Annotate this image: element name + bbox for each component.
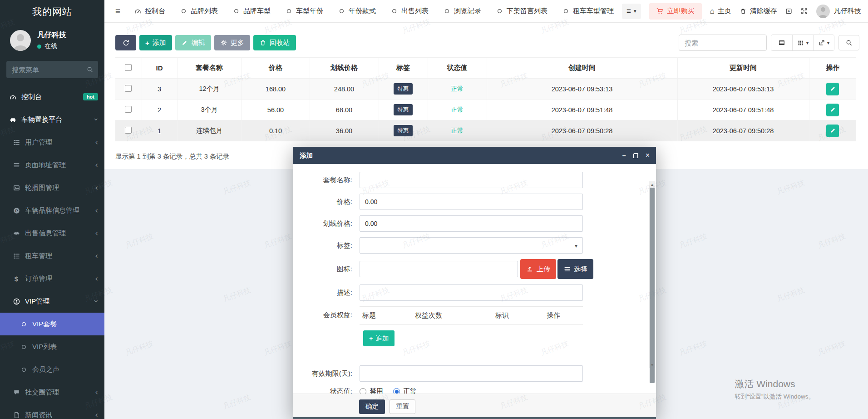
buy-now-button[interactable]: 立即购买: [649, 3, 702, 20]
edit-button[interactable]: 编辑: [175, 35, 211, 50]
recycle-bin-button[interactable]: 回收站: [253, 35, 296, 50]
sidebar-item-vehicle-brand-info-mgmt[interactable]: P车辆品牌信息管理‹: [0, 199, 104, 222]
toggle-pagination-button[interactable]: [771, 35, 792, 50]
row-edit-button[interactable]: [826, 104, 839, 116]
dollar-icon: $: [13, 275, 20, 282]
trash-icon: [740, 8, 747, 15]
append-benefit-button[interactable]: +追加: [363, 330, 395, 346]
car-icon: [9, 116, 16, 123]
table-header-row: ID套餐名称价格划线价格标签状态值创建时间更新时间操作: [115, 58, 856, 79]
table-row[interactable]: 23个月56.0068.00特惠正常2023-06-07 09:51:48202…: [115, 100, 856, 120]
sidebar-item-label: 社交圈管理: [25, 388, 90, 397]
search-icon[interactable]: [86, 66, 94, 73]
select-all-checkbox[interactable]: [125, 64, 132, 71]
nav-item-offline-message-list[interactable]: 下架留言列表: [488, 0, 555, 23]
scroll-up-icon[interactable]: ▲: [649, 181, 655, 188]
dialog-scrollbar[interactable]: ▲ ▼: [649, 181, 655, 368]
confirm-button[interactable]: 确定: [359, 399, 385, 414]
sidebar-item-social-circle-mgmt[interactable]: 社交圈管理‹: [0, 381, 104, 404]
radio-icon[interactable]: [393, 388, 400, 394]
clear-cache-link[interactable]: 清除缓存: [740, 7, 777, 15]
package-name-input[interactable]: [360, 172, 583, 188]
sidebar-item-member-voice[interactable]: 会员之声: [0, 358, 104, 381]
description-input[interactable]: [360, 284, 583, 301]
sidebar-item-vip-mgmt[interactable]: VIP管理›: [0, 290, 104, 313]
circle-icon: [285, 8, 292, 15]
row-edit-button[interactable]: [826, 125, 839, 137]
maximize-icon[interactable]: [633, 153, 638, 158]
sidebar-item-console[interactable]: 控制台hot: [0, 85, 104, 108]
close-icon[interactable]: ×: [646, 151, 650, 160]
dialog-header[interactable]: 添加 – ×: [293, 147, 656, 164]
sidebar-item-sale-info-mgmt[interactable]: 出售信息管理‹: [0, 222, 104, 244]
language-icon[interactable]: A: [785, 8, 793, 15]
nav-item-console[interactable]: 控制台: [127, 0, 173, 23]
list-icon: [563, 265, 571, 273]
row-checkbox[interactable]: [125, 85, 132, 92]
tag-select[interactable]: ▾: [360, 237, 583, 254]
table-cell: 12个月: [177, 79, 242, 100]
nav-item-rental-model-mgmt[interactable]: 租车车型管理: [555, 0, 621, 23]
more-button[interactable]: 更多: [214, 35, 250, 50]
tag-badge: 特惠: [394, 83, 413, 95]
sidebar-item-vip-list[interactable]: VIP列表: [0, 335, 104, 358]
user-menu[interactable]: 凡仔科技: [816, 5, 861, 18]
row-checkbox[interactable]: [125, 127, 132, 134]
sidebar-item-user-mgmt[interactable]: 用户管理‹: [0, 131, 104, 154]
comments-icon: [13, 389, 20, 396]
export-button[interactable]: ▾: [813, 35, 834, 50]
radio-option[interactable]: 正常: [393, 387, 417, 394]
sidebar-item-news-info[interactable]: 新闻资讯‹: [0, 404, 104, 419]
scroll-down-icon[interactable]: ▼: [649, 362, 655, 368]
nav-item-browse-history[interactable]: 浏览记录: [436, 0, 488, 23]
sidebar-item-vip-package[interactable]: VIP套餐: [0, 313, 104, 335]
table-cell: 68.00: [310, 100, 379, 120]
view-button-group: ▾ ▾: [771, 35, 834, 51]
row-checkbox[interactable]: [125, 106, 132, 113]
price-input[interactable]: [360, 194, 583, 210]
table-search-input[interactable]: [679, 35, 767, 51]
nav-item-brand-model[interactable]: 品牌车型: [225, 0, 278, 23]
sidebar-item-rental-mgmt[interactable]: 租车管理‹: [0, 244, 104, 267]
choose-button[interactable]: 选择: [557, 259, 593, 279]
table-row[interactable]: 312个月168.00248.00特惠正常2023-06-07 09:53:13…: [115, 79, 856, 100]
sidebar-search: [6, 61, 98, 78]
minimize-icon[interactable]: –: [622, 152, 626, 159]
table-cell: [115, 79, 142, 100]
add-button[interactable]: +添加: [139, 35, 172, 50]
table-cell: 2023-06-07 09:51:48: [487, 100, 677, 120]
fullscreen-icon[interactable]: [801, 8, 808, 15]
radio-icon[interactable]: [360, 388, 366, 394]
columns-button[interactable]: ▾: [792, 35, 813, 50]
recycle-label: 回收站: [270, 39, 290, 47]
sidebar-item-order-mgmt[interactable]: $订单管理‹: [0, 267, 104, 290]
sidebar-item-page-address-mgmt[interactable]: 页面地址管理‹: [0, 154, 104, 176]
refresh-button[interactable]: [115, 35, 136, 50]
strike-price-input[interactable]: [360, 215, 583, 232]
search-button[interactable]: [838, 35, 859, 50]
icon-input[interactable]: [360, 261, 518, 277]
row-edit-button[interactable]: [826, 83, 839, 95]
upload-button[interactable]: 上传: [520, 259, 556, 279]
nav-item-model-year[interactable]: 车型年份: [278, 0, 330, 23]
table-row[interactable]: 1连续包月0.1036.00特惠正常2023-06-07 09:50:28202…: [115, 120, 856, 141]
more-menus-toggle[interactable]: ≡▾: [622, 4, 641, 19]
nav-item-brand-list[interactable]: 品牌列表: [173, 0, 225, 23]
home-link[interactable]: ⌂ 主页: [710, 7, 731, 16]
sidebar-search-input[interactable]: [6, 61, 98, 78]
sidebar-item-label: 新闻资讯: [25, 411, 90, 419]
sidebar-toggle-icon[interactable]: ≡: [110, 6, 126, 16]
add-form: 套餐名称:价格:划线价格:标签:▾图标:上传选择描述:会员权益:标题权益次数标识…: [293, 172, 638, 394]
column-header: 划线价格: [310, 58, 379, 79]
table-cell: 正常: [428, 100, 487, 120]
radio-option[interactable]: 禁用: [360, 387, 383, 394]
sidebar-item-carousel-mgmt[interactable]: 轮播图管理‹: [0, 176, 104, 199]
nav-item-sale-list[interactable]: 出售列表: [383, 0, 436, 23]
sidebar-item-vehicle-swap-platform[interactable]: 车辆置换平台›: [0, 108, 104, 131]
sidebar: 我的网站 凡仔科技 在线 控制台hot车辆置换平台›用户管理‹页面地址管理‹轮播…: [0, 0, 104, 419]
nav-item-year-style[interactable]: 年份款式: [330, 0, 383, 23]
valid-days-input[interactable]: [360, 365, 583, 382]
scrollbar-thumb[interactable]: [650, 188, 655, 383]
top-navbar: ≡ 控制台品牌列表品牌车型车型年份年份款式出售列表浏览记录下架留言列表租车车型管…: [104, 0, 868, 23]
reset-button[interactable]: 重置: [390, 399, 415, 414]
